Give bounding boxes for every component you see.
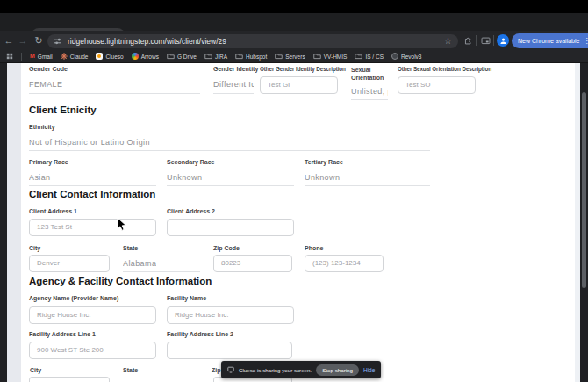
facility-city-label: City bbox=[30, 367, 41, 373]
bookmark-folder-jira[interactable]: JIRA bbox=[204, 53, 227, 60]
stop-sharing-button[interactable]: Stop sharing bbox=[316, 364, 359, 376]
bookmark-label: Hubspot bbox=[246, 54, 267, 60]
facility-address1-label: Facility Address Line 1 bbox=[29, 331, 96, 337]
site-settings-icon[interactable] bbox=[54, 37, 62, 46]
extensions-icon[interactable] bbox=[461, 33, 473, 47]
profile-avatar[interactable] bbox=[497, 34, 509, 47]
facility-address2-input[interactable] bbox=[167, 342, 292, 359]
screen-share-icon bbox=[227, 366, 234, 373]
person-icon bbox=[499, 37, 507, 45]
bookmark-label: Clueso bbox=[105, 54, 123, 60]
claude-icon bbox=[61, 53, 68, 60]
bookmarks-divider bbox=[21, 53, 22, 61]
other-sexual-orientation-label: Other Sexual Orientation Description bbox=[398, 66, 491, 72]
kebab-menu-icon[interactable]: ⋮ bbox=[583, 38, 588, 45]
bookmark-label: Revolv3 bbox=[401, 54, 421, 60]
bookmark-gmail[interactable]: M Gmail bbox=[30, 53, 53, 60]
agency-name-input[interactable]: Ridge House Inc. bbox=[29, 306, 156, 324]
secondary-race-label: Secondary Race bbox=[167, 159, 214, 165]
folder-icon bbox=[167, 53, 175, 60]
state-label: State bbox=[123, 245, 138, 251]
bookmark-folder-iscs[interactable]: IS / CS bbox=[355, 53, 384, 60]
city-input[interactable]: Denver bbox=[29, 255, 110, 272]
client-address2-input[interactable] bbox=[167, 219, 294, 236]
folder-icon bbox=[355, 53, 362, 60]
hide-banner-button[interactable]: Hide bbox=[363, 367, 375, 373]
bookmark-label: VV-HMIS bbox=[324, 54, 348, 60]
address-bar[interactable]: ridgehouse.lightningstep.com/wits/client… bbox=[47, 34, 458, 48]
facility-name-input[interactable]: Ridge House Inc. bbox=[167, 306, 294, 324]
revolv3-icon bbox=[391, 53, 398, 60]
ethnicity-label: Ethnicity bbox=[29, 124, 55, 130]
bookmark-folder-servers[interactable]: Servers bbox=[275, 53, 305, 60]
screen-capture-icon[interactable] bbox=[479, 33, 491, 47]
apps-grid-icon[interactable] bbox=[6, 53, 13, 60]
field-underline bbox=[29, 93, 200, 94]
secondary-race-field[interactable]: Unknown bbox=[167, 173, 202, 182]
bookmark-clueso[interactable]: Clueso bbox=[96, 53, 123, 60]
url-text: ridgehouse.lightningstep.com/wits/client… bbox=[68, 37, 439, 46]
field-underline bbox=[29, 150, 430, 151]
arrows-icon bbox=[132, 53, 139, 60]
facility-address2-label: Facility Address Line 2 bbox=[167, 331, 233, 337]
other-gender-identity-input[interactable]: Test GI bbox=[260, 76, 338, 94]
scrollbar-thumb[interactable] bbox=[582, 92, 586, 288]
other-sexual-orientation-input[interactable]: Test SO bbox=[398, 76, 476, 94]
share-banner-message: Clueso is sharing your screen. bbox=[239, 367, 312, 373]
sexual-orientation-field[interactable]: Unlisted, ple bbox=[351, 87, 388, 96]
facility-address1-input[interactable]: 900 West ST Ste 200 bbox=[29, 342, 156, 359]
forward-button[interactable]: → bbox=[16, 31, 30, 50]
bookmark-label: Arrows bbox=[141, 54, 159, 60]
other-gender-identity-label: Other Gender Identity Description bbox=[260, 66, 346, 72]
gender-identity-field[interactable]: Different Ide bbox=[213, 80, 254, 89]
new-chrome-button[interactable]: New Chrome available ⋮ bbox=[512, 33, 588, 48]
zip-code-input[interactable]: 80223 bbox=[213, 255, 292, 272]
field-underline bbox=[29, 185, 156, 186]
bookmark-label: Gmail bbox=[38, 54, 53, 60]
ethnicity-field[interactable]: Not of Hispanic or Latino Origin bbox=[29, 138, 150, 147]
gender-identity-label: Gender Identity bbox=[213, 66, 258, 72]
folder-icon bbox=[204, 53, 212, 60]
tertiary-race-field[interactable]: Unknown bbox=[305, 173, 340, 182]
screen: WITS Client Form × + ← → ↻ ridgehouse.li… bbox=[0, 0, 588, 382]
folder-icon bbox=[313, 53, 321, 60]
bookmark-folder-gdrive[interactable]: G Drive bbox=[167, 53, 197, 60]
bookmark-folder-vvhmis[interactable]: VV-HMIS bbox=[313, 53, 348, 60]
client-address1-input[interactable]: 123 Test St bbox=[29, 219, 156, 236]
folder-icon bbox=[235, 53, 243, 60]
bookmark-label: Servers bbox=[285, 54, 305, 60]
field-underline bbox=[123, 271, 200, 272]
section-heading-contact: Client Contact Information bbox=[29, 189, 155, 199]
facility-city-input[interactable] bbox=[29, 377, 110, 382]
toolbar-divider bbox=[476, 35, 477, 46]
browser-scrollbar[interactable] bbox=[580, 63, 588, 382]
reload-button[interactable]: ↻ bbox=[32, 31, 46, 50]
bookmark-label: G Drive bbox=[177, 54, 197, 60]
field-underline bbox=[167, 185, 294, 186]
bookmark-revolv3[interactable]: Revolv3 bbox=[391, 53, 421, 60]
facility-state-label: State bbox=[123, 367, 138, 373]
bookmark-folder-hubspot[interactable]: Hubspot bbox=[235, 53, 267, 60]
client-address2-label: Client Address 2 bbox=[167, 208, 215, 214]
phone-input[interactable]: (123) 123-1234 bbox=[305, 255, 384, 272]
client-address1-label: Client Address 1 bbox=[29, 208, 77, 214]
bookmark-arrows[interactable]: Arrows bbox=[132, 53, 159, 60]
back-button[interactable]: ← bbox=[2, 31, 16, 50]
gmail-icon: M bbox=[30, 53, 35, 60]
browser-tab-bar: WITS Client Form × + bbox=[0, 13, 588, 31]
zip-code-label: Zip Code bbox=[213, 245, 240, 251]
bookmark-star-icon[interactable]: ☆ bbox=[444, 37, 452, 46]
screen-share-banner: Clueso is sharing your screen. Stop shar… bbox=[221, 361, 381, 378]
clueso-icon bbox=[96, 53, 103, 60]
field-underline bbox=[213, 93, 254, 94]
city-label: City bbox=[29, 245, 40, 251]
app-collapsed-sidebar bbox=[0, 63, 7, 382]
bookmark-label: IS / CS bbox=[365, 54, 384, 60]
gender-code-field[interactable]: FEMALE bbox=[29, 80, 62, 89]
tertiary-race-label: Tertiary Race bbox=[305, 159, 343, 165]
bookmark-claude[interactable]: Claude bbox=[61, 53, 89, 60]
state-field[interactable]: Alabama bbox=[123, 259, 156, 268]
bookmarks-bar: M Gmail Claude Clueso Arrows G Drive bbox=[0, 50, 588, 63]
primary-race-field[interactable]: Asian bbox=[29, 173, 51, 182]
facility-name-label: Facility Name bbox=[167, 295, 206, 301]
